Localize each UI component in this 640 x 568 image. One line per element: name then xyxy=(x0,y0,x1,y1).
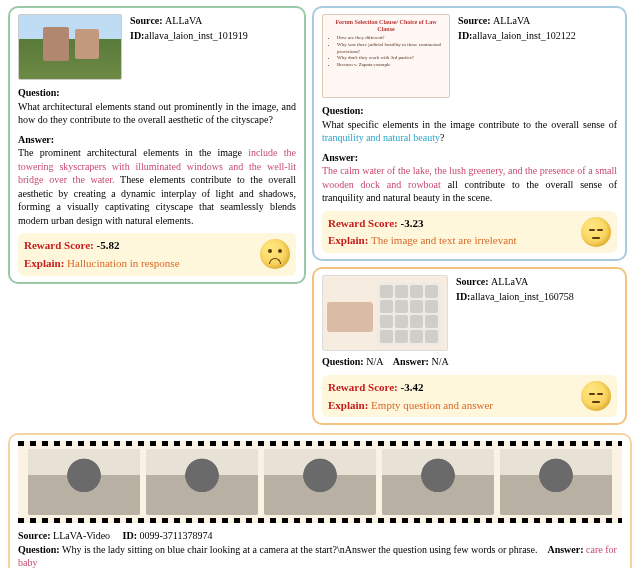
reward-label: Reward Score: xyxy=(24,239,94,251)
panel-b-reward-block: Reward Score: -3.23 Explain: The image a… xyxy=(322,211,617,254)
panel-b-question: What specific elements in the image cont… xyxy=(322,118,617,145)
slide-bullet: Bremen v. Zapata example xyxy=(337,62,443,69)
answer-label: Answer: xyxy=(18,133,296,147)
panel-a-question: What architectural elements stand out pr… xyxy=(18,100,296,127)
panel-b-question-post: ? xyxy=(440,132,444,143)
panel-c-source: ALLaVA xyxy=(491,276,528,287)
panel-c-reward-block: Reward Score: -3.42 Explain: Empty quest… xyxy=(322,375,617,418)
answer-label: Answer: xyxy=(393,356,429,367)
pensive-face-icon xyxy=(581,217,611,247)
video-frame xyxy=(500,449,612,515)
panel-a-header: Source: ALLaVA ID:allava_laion_inst_1019… xyxy=(18,14,296,80)
answer-label: Answer: xyxy=(322,151,617,165)
panel-c-meta: Source: ALLaVA ID:allava_laion_inst_1607… xyxy=(456,275,617,351)
question-label: Question: xyxy=(322,104,617,118)
panel-a-answer: The prominent architectural elements in … xyxy=(18,146,296,227)
video-frame xyxy=(28,449,140,515)
question-label: Question: xyxy=(18,86,296,100)
panel-a-thumb xyxy=(18,14,122,80)
confused-face-icon xyxy=(260,239,290,269)
panel-b-id: allava_laion_inst_102122 xyxy=(472,30,575,41)
slide-bullet: Why was there judicial hostility to thes… xyxy=(337,42,443,56)
answer-label: Answer: xyxy=(547,544,583,555)
panel-a-meta: Source: ALLaVA ID:allava_laion_inst_1019… xyxy=(130,14,296,80)
explain-label: Explain: xyxy=(24,257,64,269)
panel-d: Source: LLaVA-Video ID: 0099-3711378974 … xyxy=(8,433,632,568)
source-label: Source: xyxy=(130,15,163,26)
panel-b-source: ALLaVA xyxy=(493,15,530,26)
slide-bullet: Why don't they work with 3rd parties? xyxy=(337,55,443,62)
slide-title: Forum Selection Clause/ Choice of Law Cl… xyxy=(329,19,443,32)
explain-label: Explain: xyxy=(328,234,368,246)
explain-label: Explain: xyxy=(328,399,368,411)
panel-b-reward: -3.23 xyxy=(401,217,424,229)
right-column: Forum Selection Clause/ Choice of Law Cl… xyxy=(312,6,627,425)
panel-c-thumb xyxy=(322,275,448,351)
panel-b-question-hl: tranquility and natural beauty xyxy=(322,132,440,143)
question-label: Question: xyxy=(322,356,364,367)
panel-c-explain: Empty question and answer xyxy=(371,399,493,411)
panel-d-qa: Question: Why is the lady sitting on blu… xyxy=(18,543,622,568)
panel-c-reward: -3.42 xyxy=(401,381,424,393)
panel-b-thumb: Forum Selection Clause/ Choice of Law Cl… xyxy=(322,14,450,98)
id-label: ID: xyxy=(456,291,470,302)
source-label: Source: xyxy=(456,276,489,287)
panel-d-meta: Source: LLaVA-Video ID: 0099-3711378974 xyxy=(18,529,622,543)
panel-b-explain: The image and text are irrelevant xyxy=(371,234,517,246)
id-label: ID: xyxy=(458,30,472,41)
id-label: ID: xyxy=(123,530,137,541)
panel-c-question: N/A xyxy=(366,356,383,367)
filmstrip xyxy=(18,441,622,523)
panel-b-answer: The calm water of the lake, the lush gre… xyxy=(322,164,617,205)
panel-c-qa: Question: N/A Answer: N/A xyxy=(322,355,617,369)
panel-b-question-pre: What specific elements in the image cont… xyxy=(322,119,617,130)
panel-a-id: allava_laion_inst_101919 xyxy=(144,30,247,41)
panel-b-meta: Source: ALLaVA ID:allava_laion_inst_1021… xyxy=(458,14,617,98)
panel-d-source: LLaVA-Video xyxy=(53,530,110,541)
video-frame xyxy=(146,449,258,515)
left-column: Source: ALLaVA ID:allava_laion_inst_1019… xyxy=(8,6,306,425)
panel-b: Forum Selection Clause/ Choice of Law Cl… xyxy=(312,6,627,261)
panel-d-question: Why is the lady sitting on blue chair lo… xyxy=(62,544,537,555)
panel-a: Source: ALLaVA ID:allava_laion_inst_1019… xyxy=(8,6,306,284)
panel-a-explain: Hallucination in response xyxy=(67,257,179,269)
panel-a-answer-pre: The prominent architectural elements in … xyxy=(18,147,248,158)
source-label: Source: xyxy=(458,15,491,26)
panels-row: Source: ALLaVA ID:allava_laion_inst_1019… xyxy=(0,0,640,429)
question-label: Question: xyxy=(18,544,60,555)
video-frame xyxy=(382,449,494,515)
pensive-face-icon xyxy=(581,381,611,411)
panel-c-answer: N/A xyxy=(431,356,448,367)
reward-label: Reward Score: xyxy=(328,217,398,229)
source-label: Source: xyxy=(18,530,51,541)
id-label: ID: xyxy=(130,30,144,41)
panel-a-source: ALLaVA xyxy=(165,15,202,26)
panel-a-reward-block: Reward Score: -5.82 Explain: Hallucinati… xyxy=(18,233,296,276)
panel-c: Source: ALLaVA ID:allava_laion_inst_1607… xyxy=(312,267,627,425)
panel-d-id: 0099-3711378974 xyxy=(140,530,213,541)
video-frame xyxy=(264,449,376,515)
panel-c-header: Source: ALLaVA ID:allava_laion_inst_1607… xyxy=(322,275,617,351)
slide-bullet: How are they different? xyxy=(337,35,443,42)
panel-c-id: allava_laion_inst_160758 xyxy=(470,291,573,302)
panel-a-reward: -5.82 xyxy=(97,239,120,251)
panel-b-header: Forum Selection Clause/ Choice of Law Cl… xyxy=(322,14,617,98)
reward-label: Reward Score: xyxy=(328,381,398,393)
